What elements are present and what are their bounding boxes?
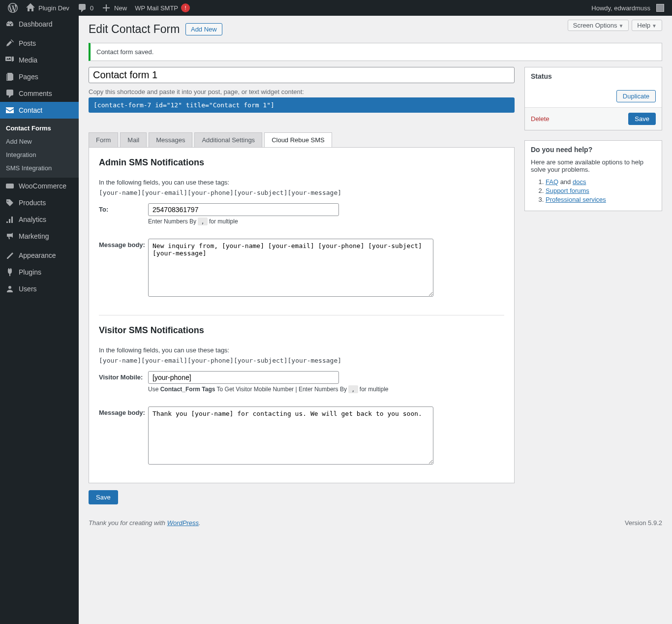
tab-messages[interactable]: Messages <box>149 132 192 147</box>
visitor-mobile-label: Visitor Mobile: <box>99 371 148 381</box>
site-name-label: Plugin Dev <box>38 4 69 12</box>
to-hint: Enter Numbers By , for multiple <box>148 218 504 225</box>
body-label: Message body: <box>99 239 148 249</box>
status-box: Status Duplicate Delete Save <box>524 67 662 130</box>
sub-contact-forms[interactable]: Contact Forms <box>0 122 79 135</box>
add-new-button[interactable]: Add New <box>185 23 222 35</box>
form-title-input[interactable] <box>89 67 515 83</box>
woocommerce-icon <box>5 181 15 191</box>
tab-additional[interactable]: Additional Settings <box>194 132 262 147</box>
visitor-body-label: Message body: <box>99 406 148 416</box>
products-icon <box>5 198 15 208</box>
tag-list: [your-name][your-email][your-phone][your… <box>99 189 504 196</box>
admin-menu: Dashboard Posts Media Pages Comments Con… <box>0 16 79 551</box>
help-button[interactable]: Help▼ <box>632 20 662 31</box>
faq-link[interactable]: FAQ <box>546 178 558 186</box>
menu-woocommerce[interactable]: WooCommerce <box>0 178 79 194</box>
save-button[interactable]: Save <box>628 113 656 125</box>
to-input[interactable] <box>148 203 339 216</box>
users-icon <box>5 284 15 294</box>
alert-badge: ! <box>181 3 190 12</box>
settings-panel: Admin SMS Notifications In the following… <box>89 147 515 483</box>
home-icon <box>26 3 35 13</box>
menu-analytics[interactable]: Analytics <box>0 211 79 228</box>
comments-count: 0 <box>90 4 93 12</box>
howdy-label: Howdy, edwardmuss <box>591 4 650 12</box>
admin-bar: Plugin Dev 0 New WP Mail SMTP! Howdy, ed… <box>0 0 672 16</box>
dashboard-icon <box>5 19 15 29</box>
my-account[interactable]: Howdy, edwardmuss <box>587 0 668 16</box>
screen-options-button[interactable]: Screen Options▼ <box>568 20 629 31</box>
status-heading: Status <box>525 67 662 85</box>
wordpress-link[interactable]: WordPress <box>167 519 199 527</box>
footer: Thank you for creating with WordPress. V… <box>89 504 662 531</box>
menu-users[interactable]: Users <box>0 281 79 297</box>
menu-contact[interactable]: Contact <box>0 102 79 119</box>
docs-link[interactable]: docs <box>573 178 586 186</box>
notice-success: Contact form saved. <box>89 43 662 61</box>
media-icon <box>5 55 15 65</box>
save-button-bottom[interactable]: Save <box>89 490 118 504</box>
pro-link[interactable]: Professional services <box>546 196 606 203</box>
tab-mail[interactable]: Mail <box>120 132 147 147</box>
analytics-icon <box>5 215 15 224</box>
plus-icon <box>101 3 111 13</box>
wp-mail-smtp[interactable]: WP Mail SMTP! <box>131 0 194 16</box>
pin-icon <box>5 38 15 48</box>
delete-link[interactable]: Delete <box>531 115 550 123</box>
tag-list-visitor: [your-name][your-email][your-phone][your… <box>99 357 504 364</box>
menu-plugins[interactable]: Plugins <box>0 264 79 281</box>
new-content[interactable]: New <box>97 0 131 16</box>
comments-icon <box>5 89 15 98</box>
shortcode-label: Copy this shortcode and paste it into yo… <box>89 83 515 97</box>
help-faq-docs: FAQ and docs <box>546 178 656 186</box>
page-body: Screen Options▼ Help▼ Edit Contact Form … <box>79 16 672 551</box>
svg-rect-0 <box>6 184 14 188</box>
page-icon <box>5 72 15 82</box>
tab-cloud-rebue-sms[interactable]: Cloud Rebue SMS <box>264 132 332 147</box>
admin-sms-heading: Admin SMS Notifications <box>99 157 504 168</box>
menu-products[interactable]: Products <box>0 194 79 211</box>
sub-sms-integration[interactable]: SMS Integration <box>0 161 79 175</box>
tag-info-visitor: In the following fields, you can use the… <box>99 346 504 354</box>
sub-integration[interactable]: Integration <box>0 148 79 161</box>
admin-body-textarea[interactable]: New inquiry from, [your-name] [your-emai… <box>148 239 433 297</box>
menu-marketing[interactable]: Marketing <box>0 228 79 245</box>
chevron-down-icon: ▼ <box>652 23 657 29</box>
comment-icon <box>77 3 87 13</box>
submenu-contact: Contact Forms Add New Integration SMS In… <box>0 119 79 178</box>
wp-logo[interactable] <box>4 0 22 16</box>
shortcode-box[interactable]: [contact-form-7 id="12" title="Contact f… <box>89 97 515 113</box>
menu-pages[interactable]: Pages <box>0 68 79 85</box>
sub-add-new[interactable]: Add New <box>0 135 79 148</box>
forums-link[interactable]: Support forums <box>546 187 589 194</box>
mail-icon <box>5 105 15 115</box>
wordpress-icon <box>8 3 18 13</box>
page-title: Edit Contact Form <box>89 16 180 36</box>
comments-link[interactable]: 0 <box>73 0 97 16</box>
appearance-icon <box>5 250 15 260</box>
help-heading: Do you need help? <box>525 141 662 158</box>
tag-info: In the following fields, you can use the… <box>99 179 504 186</box>
marketing-icon <box>5 231 15 241</box>
help-box: Do you need help? Here are some availabl… <box>524 140 662 211</box>
to-label: To: <box>99 203 148 213</box>
visitor-mobile-input[interactable] <box>148 371 339 384</box>
wp-mail-smtp-label: WP Mail SMTP <box>135 4 178 12</box>
duplicate-button[interactable]: Duplicate <box>616 90 656 102</box>
menu-posts[interactable]: Posts <box>0 35 79 52</box>
menu-comments[interactable]: Comments <box>0 85 79 102</box>
menu-appearance[interactable]: Appearance <box>0 247 79 264</box>
site-name[interactable]: Plugin Dev <box>22 0 73 16</box>
new-label: New <box>114 4 127 12</box>
menu-media[interactable]: Media <box>0 52 79 68</box>
chevron-down-icon: ▼ <box>618 23 623 29</box>
visitor-mobile-hint: Use Contact_Form Tags To Get Visitor Mob… <box>148 386 504 393</box>
version: Version 5.9.2 <box>625 519 662 527</box>
avatar <box>656 4 664 12</box>
menu-dashboard[interactable]: Dashboard <box>0 16 79 32</box>
plugin-icon <box>5 267 15 277</box>
visitor-sms-heading: Visitor SMS Notifications <box>99 325 504 336</box>
tab-form[interactable]: Form <box>89 132 118 147</box>
visitor-body-textarea[interactable]: Thank you [your-name] for contacting us.… <box>148 406 433 465</box>
